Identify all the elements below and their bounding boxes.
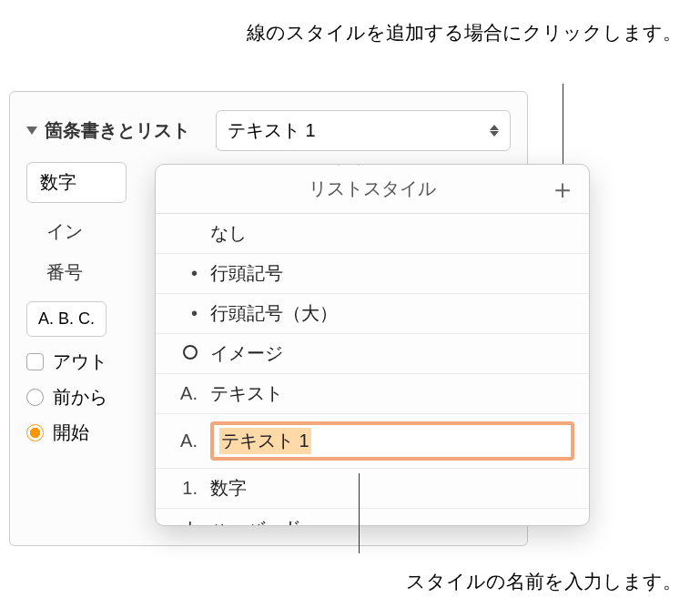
list-style-popover: リストスタイル ＋ なし • 行頭記号 • 行頭記号（大） イメージ A. テキ… [155, 164, 590, 526]
list-marker: 1. [170, 478, 198, 499]
outline-label: アウト [53, 350, 107, 374]
list-item-label: 行頭記号（大） [210, 301, 338, 326]
style-name-input[interactable]: テキスト 1 [210, 421, 574, 461]
popover-list: なし • 行頭記号 • 行頭記号（大） イメージ A. テキスト A. テキスト… [156, 214, 589, 526]
list-style-select[interactable]: テキスト 1 [216, 110, 511, 151]
list-type-value: 数字 [40, 172, 76, 192]
updown-icon [490, 125, 499, 137]
list-item-label: 行頭記号 [210, 261, 283, 286]
checkbox-icon[interactable] [26, 353, 44, 370]
list-item[interactable]: • 行頭記号（大） [156, 294, 589, 334]
bullet-icon: • [170, 303, 198, 324]
start-label: 開始 [53, 421, 89, 445]
chevron-down-icon [26, 127, 37, 135]
radio-icon[interactable] [26, 389, 44, 406]
list-marker: A. [170, 383, 198, 404]
circle-marker-icon [170, 343, 198, 364]
list-item-editing[interactable]: A. テキスト 1 [156, 414, 589, 469]
style-name-value: テキスト 1 [219, 428, 311, 454]
list-style-value: テキスト 1 [228, 118, 316, 143]
section-header[interactable]: 箇条書きとリスト テキスト 1 [26, 110, 511, 151]
callout-line-bottom [359, 473, 360, 553]
section-title: 箇条書きとリスト [45, 118, 190, 143]
list-item[interactable]: 1. 数字 [156, 469, 589, 509]
list-marker: A. [170, 431, 198, 451]
list-marker: I. [170, 518, 198, 526]
callout-enter-name: スタイルの名前を入力します。 [406, 569, 682, 594]
list-item[interactable]: I. ハーバード [156, 509, 589, 526]
list-item-label: ハーバード [210, 516, 301, 526]
popover-title: リストスタイル [309, 177, 436, 201]
list-item-label: なし [210, 221, 247, 246]
list-item-label: イメージ [210, 341, 283, 366]
list-item-label: 数字 [210, 476, 247, 501]
add-style-button[interactable]: ＋ [549, 176, 576, 203]
callout-add-style: 線のスタイルを追加する場合にクリックします。 [247, 18, 682, 47]
number-format-select[interactable]: A. B. C. [26, 301, 107, 337]
radio-selected-icon[interactable] [26, 424, 44, 441]
list-item-label: テキスト [210, 381, 283, 406]
popover-header: リストスタイル ＋ [156, 165, 589, 214]
list-item[interactable]: イメージ [156, 334, 589, 374]
list-item[interactable]: なし [156, 214, 589, 254]
continue-label: 前から [53, 385, 107, 410]
bullet-icon: • [170, 263, 198, 284]
list-item[interactable]: A. テキスト [156, 374, 589, 414]
list-type-select[interactable]: 数字 [26, 162, 127, 203]
list-item[interactable]: • 行頭記号 [156, 254, 589, 294]
